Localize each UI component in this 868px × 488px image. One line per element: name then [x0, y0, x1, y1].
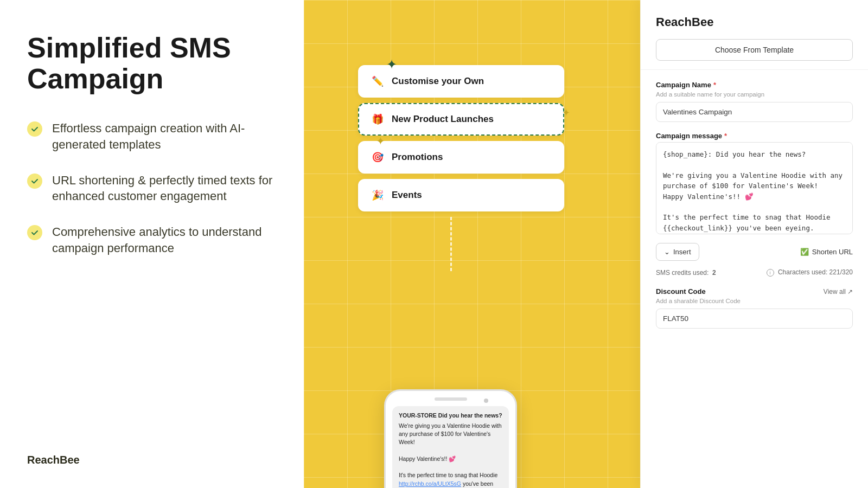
phone-dot	[484, 399, 488, 403]
phone-message-bubble: YOUR-STORE Did you hear the news? We're …	[392, 406, 509, 488]
menu-card-new-product-label: New Product Launches	[392, 114, 494, 125]
characters-info: i Characters used: 221/320	[767, 268, 853, 277]
chevron-down-icon: ⌄	[664, 248, 670, 256]
events-icon: 🎉	[370, 188, 385, 203]
feature-item-2: URL shortening & perfectly timed texts f…	[27, 172, 277, 204]
menu-card-events-label: Events	[392, 190, 422, 201]
middle-panel: ✦ ✦ ✦ ✏️ Customise your Own 🎁 New Produc…	[304, 0, 640, 488]
feature-text-3: Comprehensive analytics to understand ca…	[52, 224, 277, 256]
feature-item-3: Comprehensive analytics to understand ca…	[27, 224, 277, 256]
new-product-icon: 🎁	[370, 112, 385, 127]
info-icon: i	[767, 269, 774, 277]
sparkle-icon-3: ✦	[376, 134, 385, 147]
customise-icon: ✏️	[370, 74, 385, 89]
right-brand: ReachBee	[656, 15, 853, 29]
campaign-name-required: *	[713, 81, 716, 89]
left-panel: Simplified SMS Campaign Effortless campa…	[0, 0, 304, 488]
phone-store-name: YOUR-STORE Did you hear the news?	[399, 412, 502, 420]
dashed-connector	[450, 217, 452, 271]
menu-card-customise-label: Customise your Own	[392, 76, 484, 87]
menu-card-events[interactable]: 🎉 Events	[358, 179, 564, 211]
check-icon-2	[27, 174, 42, 189]
choose-template-button[interactable]: Choose From Template	[656, 39, 853, 61]
phone-notch	[435, 397, 467, 401]
phone-message-line1: We're giving you a Valentine Hoodie with…	[399, 422, 502, 445]
check-circle-icon: ✅	[800, 248, 809, 256]
check-icon-3	[27, 225, 42, 240]
right-panel: ReachBee Choose From Template Campaign N…	[640, 0, 868, 488]
menu-cards-container: ✏️ Customise your Own 🎁 New Product Laun…	[358, 65, 564, 211]
menu-card-promotions[interactable]: 🎯 Promotions	[358, 141, 564, 174]
discount-code-label: Discount Code	[656, 287, 706, 296]
discount-code-input[interactable]	[656, 309, 853, 329]
phone-message-line3: It's the perfect time to snag that Hoodi…	[399, 472, 497, 478]
campaign-name-label: Campaign Name *	[656, 81, 853, 89]
external-link-icon: ↗	[847, 288, 853, 296]
sparkle-icon-1: ✦	[386, 57, 397, 72]
main-heading: Simplified SMS Campaign	[27, 33, 277, 94]
discount-section: Discount Code View all ↗ Add a sharable …	[656, 287, 853, 329]
view-all-link[interactable]: View all ↗	[824, 288, 853, 296]
campaign-message-label: Campaign message *	[656, 132, 853, 140]
campaign-message-required: *	[724, 132, 727, 140]
check-icon-1	[27, 121, 42, 137]
sms-credits-info: SMS credits used: 2	[656, 269, 716, 277]
credits-row: SMS credits used: 2 i Characters used: 2…	[656, 268, 853, 277]
feature-list: Effortless campaign creation with AI-gen…	[27, 120, 277, 256]
campaign-name-input[interactable]	[656, 102, 853, 122]
right-body: Campaign Name * Add a suitable name for …	[641, 70, 868, 488]
sparkle-icon-2: ✦	[562, 107, 570, 119]
menu-card-new-product[interactable]: 🎁 New Product Launches	[358, 103, 564, 136]
phone-message-line2: Happy Valentine's!! 💕	[399, 455, 456, 462]
phone-link[interactable]: http://rchb.co/a/ULtX5sG	[399, 480, 461, 487]
shorten-url-button[interactable]: ✅ Shorten URL	[800, 248, 853, 256]
feature-text-1: Effortless campaign creation with AI-gen…	[52, 120, 277, 152]
menu-card-promotions-label: Promotions	[392, 152, 443, 163]
campaign-name-hint: Add a suitable name for your campaign	[656, 91, 853, 98]
discount-header: Discount Code View all ↗	[656, 287, 853, 296]
brand-footer: ReachBee	[27, 454, 277, 466]
right-header: ReachBee Choose From Template	[641, 0, 868, 70]
phone-mockup: YOUR-STORE Did you hear the news? We're …	[384, 389, 517, 488]
message-actions: ⌄ Insert ✅ Shorten URL	[656, 243, 853, 261]
feature-text-2: URL shortening & perfectly timed texts f…	[52, 172, 277, 204]
campaign-message-textarea[interactable]: {shop_name}: Did you hear the news? We'r…	[656, 142, 853, 234]
feature-item-1: Effortless campaign creation with AI-gen…	[27, 120, 277, 152]
discount-hint: Add a sharable Discount Code	[656, 298, 853, 304]
promotions-icon: 🎯	[370, 150, 385, 165]
insert-button[interactable]: ⌄ Insert	[656, 243, 699, 261]
